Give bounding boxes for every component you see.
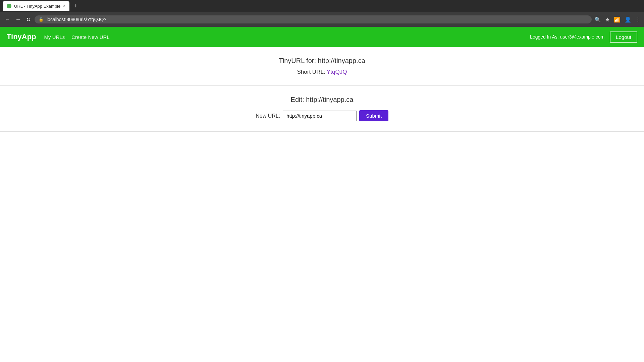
main-content: TinyURL for: http://tinyapp.ca Short URL… <box>0 47 644 132</box>
browser-chrome: URL - TinyApp Example × + ← → ↻ 🔒 localh… <box>0 0 644 27</box>
active-tab[interactable]: URL - TinyApp Example × <box>3 1 69 11</box>
short-url-link[interactable]: YtqQJQ <box>327 69 347 75</box>
edit-section: Edit: http://tinyapp.ca New URL: Submit <box>0 86 644 132</box>
short-url-line: Short URL: YtqQJQ <box>7 69 637 75</box>
tab-favicon <box>7 4 11 8</box>
zoom-icon[interactable]: 🔍 <box>594 16 601 23</box>
reload-button[interactable]: ↻ <box>25 15 32 24</box>
address-bar[interactable]: 🔒 localhost:8080/urls/YtqQJQ? <box>35 15 592 23</box>
logged-in-text: Logged In As: user3@example.com <box>530 34 604 40</box>
submit-button[interactable]: Submit <box>359 110 388 121</box>
tab-bar: URL - TinyApp Example × + <box>0 0 644 12</box>
tiny-url-for: TinyURL for: http://tinyapp.ca <box>7 57 637 65</box>
navbar-links: My URLs Create New URL <box>44 34 530 40</box>
menu-icon[interactable]: ⋮ <box>635 16 641 23</box>
tab-close-button[interactable]: × <box>63 4 65 8</box>
create-new-url-link[interactable]: Create New URL <box>71 34 109 40</box>
lock-icon: 🔒 <box>39 17 44 22</box>
forward-button[interactable]: → <box>14 15 22 24</box>
short-url-label: Short URL: <box>297 69 325 75</box>
new-url-label: New URL: <box>256 113 280 119</box>
back-button[interactable]: ← <box>3 15 11 24</box>
address-text: localhost:8080/urls/YtqQJQ? <box>47 17 106 22</box>
edit-form: New URL: Submit <box>7 110 637 121</box>
tab-title: URL - TinyApp Example <box>14 4 60 9</box>
new-tab-button[interactable]: + <box>71 3 80 10</box>
info-section: TinyURL for: http://tinyapp.ca Short URL… <box>0 47 644 86</box>
new-url-input[interactable] <box>283 111 357 121</box>
logout-button[interactable]: Logout <box>610 32 637 43</box>
navbar: TinyApp My URLs Create New URL Logged In… <box>0 27 644 47</box>
address-bar-row: ← → ↻ 🔒 localhost:8080/urls/YtqQJQ? 🔍 ★ … <box>0 12 644 27</box>
brand-link[interactable]: TinyApp <box>7 33 36 41</box>
cast-icon[interactable]: 📶 <box>614 16 621 23</box>
browser-icons: 🔍 ★ 📶 👤 ⋮ <box>594 16 641 23</box>
my-urls-link[interactable]: My URLs <box>44 34 65 40</box>
edit-title: Edit: http://tinyapp.ca <box>7 96 637 104</box>
bookmark-icon[interactable]: ★ <box>605 16 610 23</box>
profile-icon[interactable]: 👤 <box>625 16 631 23</box>
navbar-right: Logged In As: user3@example.com Logout <box>530 32 637 43</box>
